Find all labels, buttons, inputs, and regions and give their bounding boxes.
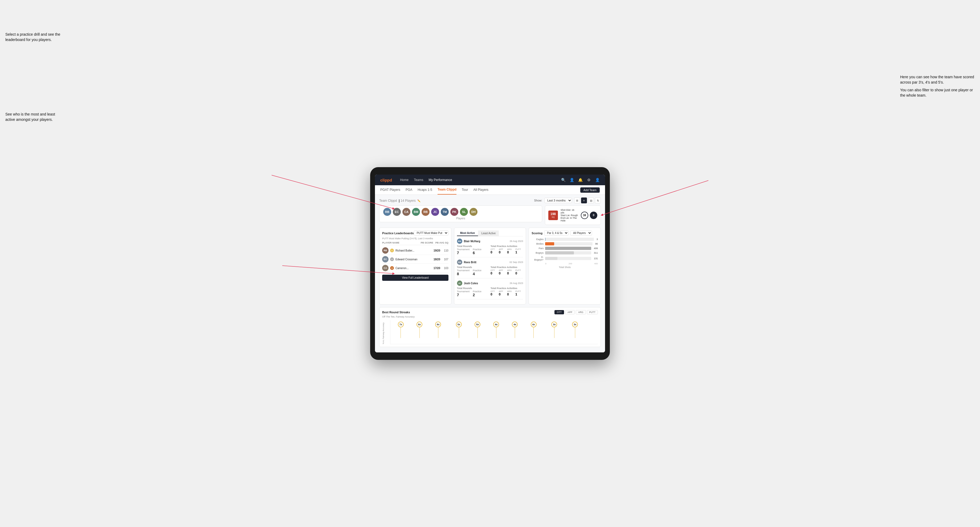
x-axis: 0 200 400 — [531, 262, 598, 265]
team-header: Team Clippd | 14 Players ✏️ Show: Last 3… — [379, 197, 601, 203]
avatars-row: RB EC CA BM RB JC TM PK SL DH — [383, 208, 538, 216]
user-avatar-icon[interactable]: 👤 — [595, 178, 600, 182]
player-act-date-1: 26 Aug 2023 — [510, 240, 523, 243]
settings-icon[interactable]: ⚙ — [586, 178, 591, 182]
sub-nav: PGAT Players PGA Hcaps 1-5 Team Clippd T… — [375, 185, 605, 195]
scoring-players-select[interactable]: All Players — [570, 230, 592, 236]
avatar-4[interactable]: BM — [412, 208, 420, 216]
bell-icon[interactable]: 🔔 — [578, 178, 583, 182]
streak-tab-ott[interactable]: OTT — [554, 310, 564, 314]
player-activity-1: BM Blair McHarg 26 Aug 2023 Total Rounds… — [457, 238, 523, 257]
avatar-10[interactable]: DH — [469, 208, 477, 216]
bar-row-eagles: Eagles 3 — [531, 238, 598, 241]
add-team-button[interactable]: Add Team — [580, 187, 600, 193]
player-activity-2: RB Rees Britt 02 Sep 2023 Total Rounds T… — [457, 259, 523, 278]
player-act-header-1: BM Blair McHarg 26 Aug 2023 — [457, 238, 523, 244]
scoring-title: Scoring — [531, 232, 542, 235]
view-leaderboard-button[interactable]: View Full Leaderboard — [382, 275, 449, 281]
leaderboards-title: Practice Leaderboards — [382, 232, 414, 235]
player-act-avatar-1: BM — [457, 238, 462, 244]
sub-nav-team-clippd[interactable]: Team Clippd — [438, 185, 457, 195]
tablet-screen: clippd Home Teams My Performance 🔍 👤 🔔 ⚙… — [375, 175, 605, 352]
drill-select[interactable]: PUTT Must Make Putting... — [414, 230, 449, 236]
player-act-date-2: 02 Sep 2023 — [509, 261, 523, 264]
streaks-title: Best Round Streaks — [382, 311, 410, 314]
bar-row-birdies: Birdies 96 — [531, 242, 598, 245]
lb-row-2: EC 2 Edward Crossman 18/20 107 — [382, 255, 449, 264]
sub-nav-pga[interactable]: PGA — [406, 185, 412, 195]
nav-link-home[interactable]: Home — [400, 178, 409, 182]
bar-val-bogeys: 311 — [594, 252, 598, 254]
bar-fill-bogeys — [545, 251, 574, 254]
streak-tab-putt[interactable]: PUTT — [587, 310, 598, 314]
sort-view-btn[interactable]: ⇅ — [595, 197, 601, 203]
avatar-2[interactable]: EC — [393, 208, 401, 216]
nav-link-performance[interactable]: My Performance — [429, 178, 452, 182]
streak-dot-6x-1: 6x — [417, 322, 422, 338]
avatar-8[interactable]: PK — [450, 208, 458, 216]
search-icon[interactable]: 🔍 — [561, 178, 566, 182]
nav-link-teams[interactable]: Teams — [414, 178, 423, 182]
sub-nav-pgat[interactable]: PGAT Players — [380, 185, 400, 195]
player-act-name-1: Blair McHarg — [464, 240, 480, 243]
users-icon[interactable]: 👤 — [570, 178, 574, 182]
bar-val-dbogeys: 131 — [594, 257, 598, 260]
lb-row-3: CA 3 Cameron... 17/20 103 — [382, 264, 449, 273]
player-act-rounds-2: Total Rounds Tournament8 Practice4 Total… — [457, 266, 523, 276]
bar-fill-dbogeys — [545, 257, 557, 260]
player-act-rounds-1: Total Rounds Tournament 7 Practice 6 — [457, 245, 523, 255]
streaks-subtitle: Off The Tee, Fairway Accuracy — [382, 316, 598, 318]
y-axis-label: % A, Fairway Accuracy — [382, 320, 385, 344]
sub-nav-tour[interactable]: Tour — [462, 185, 468, 195]
avatar-1[interactable]: RB — [383, 208, 391, 216]
tablet: clippd Home Teams My Performance 🔍 👤 🔔 ⚙… — [370, 167, 610, 360]
lb-score-3: 17/20 — [434, 267, 440, 270]
show-period-select[interactable]: Last 3 months Last 6 months Last year — [544, 198, 572, 203]
avatar-7[interactable]: TM — [441, 208, 449, 216]
player-act-date-3: 26 Aug 2023 — [510, 282, 523, 284]
bar-container-bogeys — [545, 251, 591, 254]
streaks-chart: % A, Fairway Accuracy 7x 6x — [382, 320, 598, 344]
streaks-tabs: OTT APP ARG PUTT — [554, 310, 598, 314]
top-row: RB EC CA BM RB JC TM PK SL DH Players — [379, 205, 601, 225]
streak-dot-3x-2: 3x — [572, 322, 578, 338]
lb-name-3: Cameron... — [396, 267, 432, 270]
lb-avg-2: 107 — [444, 258, 449, 261]
team-title-block: Team Clippd | 14 Players ✏️ — [379, 198, 420, 203]
lb-score-1: 19/20 — [434, 249, 440, 252]
avatar-9[interactable]: SL — [460, 208, 468, 216]
detail-view-btn[interactable]: ▤ — [588, 197, 594, 203]
sub-nav-hcaps[interactable]: Hcaps 1-5 — [418, 185, 432, 195]
lb-avatar-1: RB — [382, 247, 388, 254]
lb-avg-3: 103 — [444, 267, 449, 270]
scoring-par-select[interactable]: Par 3, 4 & 5s — [544, 230, 568, 236]
nav-logo: clippd — [380, 178, 392, 182]
avatar-5[interactable]: RB — [422, 208, 430, 216]
avatar-3[interactable]: CA — [402, 208, 410, 216]
bar-container-birdies — [545, 242, 593, 245]
total-rounds-label-1: Total Rounds — [457, 245, 490, 248]
show-control: Show: Last 3 months Last 6 months Last y… — [534, 197, 601, 203]
avatar-6[interactable]: JC — [431, 208, 439, 216]
team-title: Team Clippd | 14 Players ✏️ — [379, 199, 420, 203]
most-active-card: Most Active Least Active BM Blair McHarg… — [454, 227, 526, 305]
streak-tab-app[interactable]: APP — [565, 310, 575, 314]
lb-score-2: 18/20 — [434, 258, 440, 261]
lb-header: PLAYER NAME PB SCORE PB AVG SQ — [382, 241, 449, 245]
player-act-name-2: Rees Britt — [464, 261, 476, 264]
tab-least-active[interactable]: Least Active — [478, 230, 499, 236]
bar-val-pars: 499 — [594, 247, 598, 250]
lb-avatar-2: EC — [382, 256, 388, 262]
bar-val-birdies: 96 — [595, 243, 598, 245]
tab-most-active[interactable]: Most Active — [457, 230, 478, 236]
grid-view-btn[interactable]: ⊞ — [574, 197, 580, 203]
nav-right: 🔍 👤 🔔 ⚙ 👤 — [561, 178, 600, 182]
shot-yds-left: 16 — [581, 211, 588, 219]
lb-col-avg: PB AVG SQ — [435, 241, 449, 244]
player-act-name-3: Josh Coles — [464, 282, 478, 285]
streak-tab-arg[interactable]: ARG — [576, 310, 586, 314]
edit-icon[interactable]: ✏️ — [417, 199, 420, 202]
list-view-btn[interactable]: ≡ — [581, 197, 587, 203]
chart-area: 7x 6x 6x 5x — [390, 320, 598, 344]
sub-nav-all-players[interactable]: All Players — [473, 185, 488, 195]
